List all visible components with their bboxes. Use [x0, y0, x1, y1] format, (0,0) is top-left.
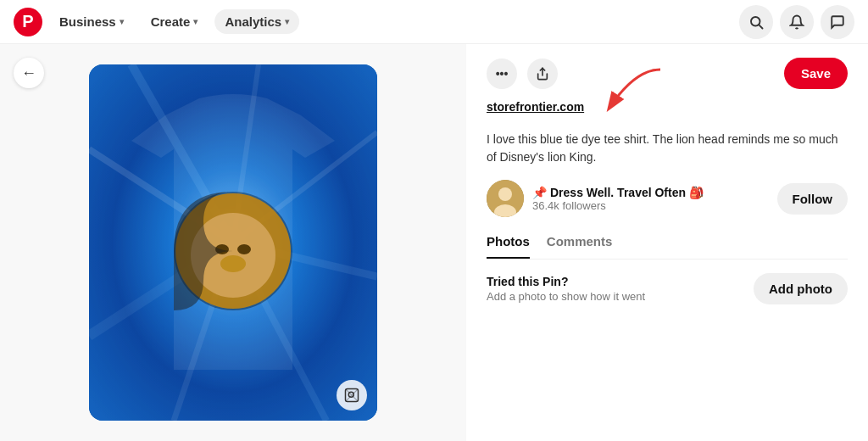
pin-image-background: [89, 64, 377, 421]
save-button[interactable]: Save: [784, 58, 848, 89]
pin-description: I love this blue tie dye tee shirt. The …: [487, 131, 848, 166]
chevron-down-icon: ▾: [193, 17, 198, 26]
author-row: 📌 Dress Well. Travel Often 🎒 36.4k follo…: [487, 180, 848, 217]
svg-point-14: [220, 255, 246, 272]
add-photo-button[interactable]: Add photo: [754, 273, 848, 304]
share-button[interactable]: [527, 59, 558, 89]
more-options-button[interactable]: •••: [487, 59, 517, 89]
navbar: P Business ▾ Create ▾ Analytics ▾: [0, 0, 868, 44]
author-name: 📌 Dress Well. Travel Often 🎒: [532, 186, 704, 199]
svg-line-1: [759, 25, 762, 28]
chevron-down-icon: ▾: [120, 17, 124, 26]
avatar-image: [487, 180, 524, 217]
nav-analytics-label: Analytics: [225, 14, 281, 29]
svg-point-22: [498, 187, 512, 201]
follow-button[interactable]: Follow: [777, 183, 849, 215]
source-link[interactable]: storefrontier.com: [487, 100, 584, 114]
nav-item-business[interactable]: Business ▾: [49, 9, 134, 34]
pin-actions-row: ••• Save: [487, 58, 848, 89]
pin-detail-panel: ••• Save storefrontier.com: [466, 44, 868, 441]
author-details: 📌 Dress Well. Travel Often 🎒 36.4k follo…: [532, 186, 704, 212]
avatar[interactable]: [487, 180, 524, 217]
chevron-down-icon: ▾: [285, 17, 289, 26]
search-button[interactable]: [739, 5, 773, 39]
pin-secondary-actions: •••: [487, 59, 558, 89]
nav-create-label: Create: [151, 14, 191, 29]
svg-point-16: [237, 244, 251, 254]
visual-search-button[interactable]: [337, 380, 367, 410]
nav-item-analytics[interactable]: Analytics ▾: [214, 9, 299, 34]
pin-tabs: Photos Comments: [487, 234, 848, 260]
tried-section: Tried this Pin? Add a photo to show how …: [487, 273, 848, 304]
pinterest-logo[interactable]: P: [14, 8, 42, 36]
back-button[interactable]: ←: [14, 58, 44, 88]
tried-text: Tried this Pin? Add a photo to show how …: [487, 275, 645, 303]
main-content: ←: [0, 44, 868, 441]
tried-subtitle: Add a photo to show how it went: [487, 290, 645, 303]
pin-image-panel: ←: [0, 44, 466, 441]
author-followers: 36.4k followers: [532, 199, 704, 212]
notifications-button[interactable]: [780, 5, 814, 39]
tab-comments[interactable]: Comments: [547, 234, 613, 259]
tried-title: Tried this Pin?: [487, 275, 645, 288]
navbar-right: [739, 5, 854, 39]
author-info: 📌 Dress Well. Travel Often 🎒 36.4k follo…: [487, 180, 704, 217]
nav-item-create[interactable]: Create ▾: [141, 9, 209, 34]
nav-business-label: Business: [59, 14, 116, 29]
pin-icon: 📌: [532, 186, 547, 199]
tab-photos[interactable]: Photos: [487, 234, 530, 259]
pin-image: [89, 64, 377, 421]
messages-button[interactable]: [821, 5, 854, 39]
